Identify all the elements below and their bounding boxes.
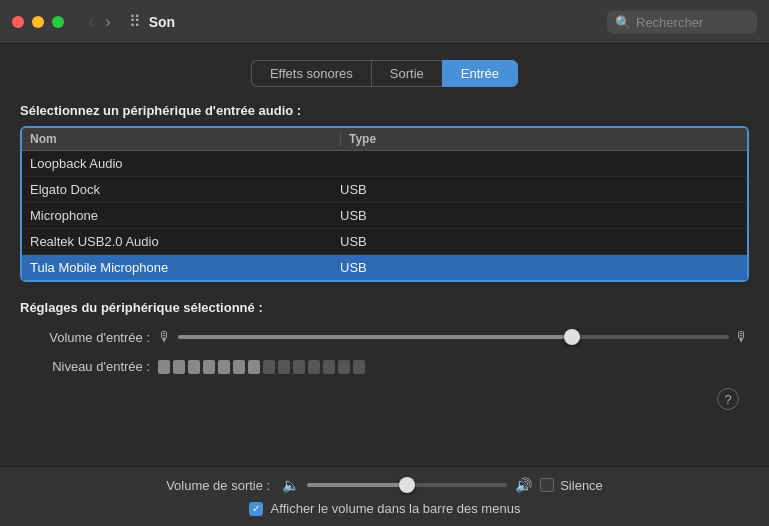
settings-heading: Réglages du périphérique sélectionné : [20, 300, 749, 315]
silence-label: Silence [560, 478, 603, 493]
table-row[interactable]: Loopback Audio [22, 151, 747, 177]
volume-slider-container: 🎙 🎙 [158, 329, 749, 345]
output-volume-fill [307, 483, 407, 487]
level-bar [233, 360, 245, 374]
help-button-container: ? [20, 388, 749, 410]
volume-control-row: Volume d'entrée : 🎙 🎙 [20, 329, 749, 345]
search-icon: 🔍 [615, 14, 631, 29]
level-bar [323, 360, 335, 374]
device-table: Nom Type Loopback Audio Elgato Dock USB … [20, 126, 749, 282]
device-nom: Realtek USB2.0 Audio [30, 234, 340, 249]
level-bar [293, 360, 305, 374]
level-bar [158, 360, 170, 374]
nav-arrows: ‹ › [84, 11, 115, 33]
mic-quiet-icon: 🎙 [158, 329, 172, 345]
level-bar [173, 360, 185, 374]
minimize-button[interactable] [32, 16, 44, 28]
level-bar [338, 360, 350, 374]
volume-slider-fill [178, 335, 564, 339]
device-type: USB [340, 208, 739, 223]
level-bar [218, 360, 230, 374]
level-bar [353, 360, 365, 374]
tab-entree[interactable]: Entrée [442, 60, 518, 87]
show-volume-row: ✓ Afficher le volume dans la barre des m… [20, 501, 749, 516]
device-type: USB [340, 182, 739, 197]
table-row[interactable]: Realtek USB2.0 Audio USB [22, 229, 747, 255]
table-row-selected[interactable]: Tula Mobile Microphone USB [22, 255, 747, 280]
search-box[interactable]: 🔍 Rechercher [607, 10, 757, 33]
output-volume-thumb[interactable] [399, 477, 415, 493]
grid-icon: ⠿ [129, 12, 141, 31]
titlebar: ‹ › ⠿ Son 🔍 Rechercher [0, 0, 769, 44]
table-row[interactable]: Elgato Dock USB [22, 177, 747, 203]
volume-slider-thumb[interactable] [564, 329, 580, 345]
header-divider [340, 132, 341, 146]
level-bar [248, 360, 260, 374]
output-volume-slider[interactable] [307, 483, 507, 487]
show-volume-label: Afficher le volume dans la barre des men… [271, 501, 521, 516]
device-section-heading: Sélectionnez un périphérique d'entrée au… [20, 103, 749, 118]
help-button[interactable]: ? [717, 388, 739, 410]
volume-slider[interactable] [178, 335, 729, 339]
level-bar [263, 360, 275, 374]
device-nom: Tula Mobile Microphone [30, 260, 340, 275]
volume-high-icon: 🔊 [515, 477, 532, 493]
table-body: Loopback Audio Elgato Dock USB Microphon… [22, 151, 747, 280]
tab-bar: Effets sonores Sortie Entrée [20, 60, 749, 87]
volume-low-icon: 🔈 [282, 477, 299, 493]
bottom-volume-row: Volume de sortie : 🔈 🔊 Silence [20, 477, 749, 493]
silence-toggle[interactable]: Silence [540, 478, 603, 493]
search-placeholder: Rechercher [636, 14, 703, 29]
level-bar [278, 360, 290, 374]
tab-effets-sonores[interactable]: Effets sonores [251, 60, 371, 87]
device-nom: Microphone [30, 208, 340, 223]
level-bar [203, 360, 215, 374]
level-bar [308, 360, 320, 374]
level-bar [188, 360, 200, 374]
device-type: USB [340, 260, 739, 275]
maximize-button[interactable] [52, 16, 64, 28]
table-row[interactable]: Microphone USB [22, 203, 747, 229]
forward-arrow-icon[interactable]: › [101, 11, 114, 33]
device-nom: Elgato Dock [30, 182, 340, 197]
header-nom: Nom [30, 132, 340, 146]
volume-label: Volume d'entrée : [20, 330, 150, 345]
header-type: Type [349, 132, 739, 146]
table-header: Nom Type [22, 128, 747, 151]
close-button[interactable] [12, 16, 24, 28]
device-nom: Loopback Audio [30, 156, 340, 171]
traffic-lights [12, 16, 64, 28]
level-control-row: Niveau d'entrée : [20, 359, 749, 374]
window-title: Son [149, 14, 175, 30]
device-type: USB [340, 234, 739, 249]
tab-sortie[interactable]: Sortie [371, 60, 442, 87]
volume-de-sortie-label: Volume de sortie : [166, 478, 270, 493]
silence-checkbox[interactable] [540, 478, 554, 492]
main-content: Effets sonores Sortie Entrée Sélectionne… [0, 44, 769, 426]
show-volume-checkbox[interactable]: ✓ [249, 502, 263, 516]
level-bars [158, 360, 365, 374]
bottom-bar: Volume de sortie : 🔈 🔊 Silence ✓ Affiche… [0, 466, 769, 526]
back-arrow-icon[interactable]: ‹ [84, 11, 97, 33]
level-label: Niveau d'entrée : [20, 359, 150, 374]
mic-loud-icon: 🎙 [735, 329, 749, 345]
